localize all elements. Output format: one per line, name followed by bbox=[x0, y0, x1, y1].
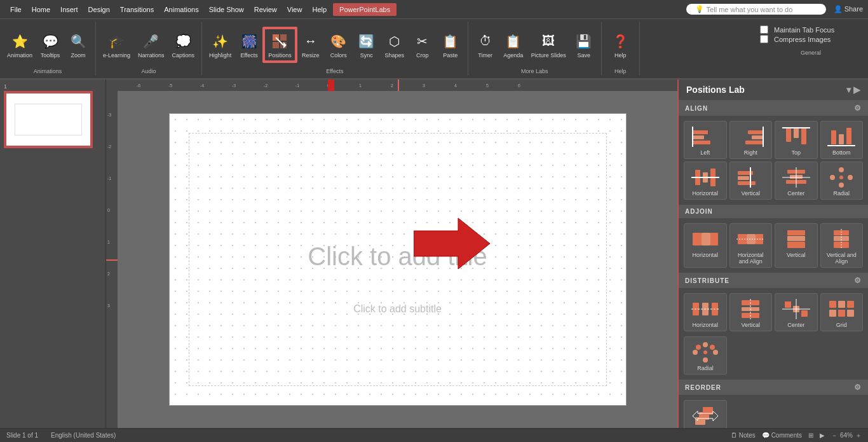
menu-help[interactable]: Help bbox=[307, 3, 332, 16]
dist-center-btn[interactable]: Center bbox=[775, 293, 818, 331]
menu-review[interactable]: Review bbox=[249, 3, 282, 16]
menu-animations[interactable]: Animations bbox=[159, 3, 203, 16]
menu-design[interactable]: Design bbox=[83, 3, 115, 16]
panel-controls: ▾ ▶ bbox=[846, 85, 860, 95]
menu-home[interactable]: Home bbox=[27, 3, 55, 16]
ribbon-btn-elearning[interactable]: 🎓 e-Learning bbox=[100, 29, 133, 61]
svg-rect-78 bbox=[747, 234, 756, 244]
adjoin-vertical-align-btn[interactable]: Vertical and Align bbox=[820, 223, 864, 268]
view-slideshow-btn[interactable]: ▶ bbox=[820, 432, 825, 439]
ribbon-btn-positions[interactable]: Positions bbox=[264, 28, 296, 62]
adjoin-horizontal-align-btn[interactable]: Horizontal and Align bbox=[729, 223, 773, 268]
svg-rect-36 bbox=[748, 130, 763, 134]
tell-me-box[interactable]: 💡 Tell me what you want to do bbox=[686, 4, 826, 15]
svg-rect-83 bbox=[787, 236, 805, 241]
notes-btn[interactable]: 🗒 Notes bbox=[731, 432, 756, 439]
compress-images-checkbox[interactable] bbox=[760, 35, 768, 43]
crop-icon: ✂ bbox=[412, 31, 433, 52]
zoom-level: 64% bbox=[840, 432, 853, 439]
panel-close-btn[interactable]: ▶ bbox=[853, 85, 860, 95]
maintain-tab-focus-checkbox[interactable] bbox=[760, 25, 768, 34]
adjoin-horizontal-btn[interactable]: Horizontal bbox=[684, 223, 727, 268]
align-vertical-btn[interactable]: Vertical bbox=[729, 162, 773, 200]
ribbon-btn-help[interactable]: ❓ Help bbox=[607, 29, 634, 61]
dist-radial-btn[interactable]: Radial bbox=[684, 336, 727, 375]
share-button[interactable]: 👤 Share bbox=[834, 5, 863, 13]
canvas-body: -3 -2 -1 0 1 2 3 Click to add title bbox=[106, 91, 677, 428]
svg-marker-29 bbox=[322, 79, 341, 91]
align-bottom-btn[interactable]: Bottom bbox=[820, 121, 864, 159]
align-left-label: Left bbox=[700, 149, 710, 156]
dist-horizontal-btn[interactable]: Horizontal bbox=[684, 293, 727, 331]
adjoin-vertical-btn[interactable]: Vertical bbox=[775, 223, 818, 268]
dist-grid-btn[interactable]: Grid bbox=[820, 293, 864, 331]
menu-slideshow[interactable]: Slide Show bbox=[204, 3, 249, 16]
ribbon-btn-save[interactable]: 💾 Save bbox=[571, 29, 597, 61]
menu-powerpointlabs[interactable]: PowerPointLabs bbox=[333, 3, 397, 16]
ribbon-btn-zoom[interactable]: 🔍 Zoom bbox=[65, 29, 92, 61]
ribbon-group-morelabs: ⏱ Timer 📋 Agenda 🖼 Picture Slides 💾 Save… bbox=[468, 22, 602, 76]
slide-content[interactable]: Click to add title Click to add subtitle bbox=[169, 113, 627, 406]
dist-vertical-btn[interactable]: Vertical bbox=[729, 293, 773, 331]
ribbon-btn-agenda[interactable]: 📋 Agenda bbox=[500, 29, 527, 61]
adjoin-vertical-align-label: Vertical and Align bbox=[824, 252, 860, 265]
ribbon-btn-effects[interactable]: 🎆 Effects bbox=[236, 29, 262, 61]
ribbon-btn-resize[interactable]: ↔ Resize bbox=[297, 29, 324, 61]
align-right-btn[interactable]: Right bbox=[729, 121, 773, 159]
comments-btn[interactable]: 💬 Comments bbox=[762, 432, 802, 439]
align-left-btn[interactable]: Left bbox=[684, 121, 727, 159]
ribbon-btn-shapes[interactable]: ⬡ Shapes bbox=[381, 29, 408, 61]
ribbon-btn-highlight[interactable]: ✨ Highlight bbox=[206, 29, 234, 61]
ribbon: ⭐ Animation 💬 Tooltips 🔍 Zoom Animations… bbox=[0, 19, 868, 79]
align-center-btn[interactable]: Center bbox=[775, 162, 818, 200]
svg-rect-84 bbox=[787, 242, 805, 248]
dist-grid-label: Grid bbox=[836, 322, 847, 328]
svg-rect-111 bbox=[838, 310, 845, 317]
menu-insert[interactable]: Insert bbox=[55, 3, 83, 16]
menu-file[interactable]: File bbox=[5, 3, 27, 16]
adjoin-horizontal-label: Horizontal bbox=[692, 252, 718, 258]
slide-subtitle-placeholder[interactable]: Click to add subtitle bbox=[353, 303, 442, 315]
ruler-corner bbox=[106, 79, 118, 91]
tooltips-icon: 💬 bbox=[40, 31, 60, 52]
align-horizontal-btn[interactable]: Horizontal bbox=[684, 162, 727, 200]
menu-view[interactable]: View bbox=[282, 3, 308, 16]
ribbon-btn-timer[interactable]: ⏱ Timer bbox=[472, 29, 499, 61]
slide-canvas[interactable]: Click to add title Click to add subtitle bbox=[118, 91, 677, 428]
distribute-grid: Horizontal Vertical bbox=[679, 288, 868, 331]
view-normal-btn[interactable]: ⊞ bbox=[808, 432, 813, 439]
compress-images-label[interactable]: Compress Images bbox=[774, 36, 831, 43]
crop-label: Crop bbox=[416, 53, 429, 59]
adjoin-section-header: ADJOIN bbox=[679, 205, 868, 218]
ribbon-btn-picture-slides[interactable]: 🖼 Picture Slides bbox=[528, 29, 569, 61]
menu-transitions[interactable]: Transitions bbox=[115, 3, 159, 16]
adjoin-section-label: ADJOIN bbox=[685, 208, 713, 215]
zoom-in-btn[interactable]: ＋ bbox=[855, 431, 862, 440]
slide-thumbnail[interactable] bbox=[4, 91, 93, 148]
slide-panel: 1 bbox=[0, 79, 106, 428]
zoom-out-btn[interactable]: － bbox=[831, 431, 837, 440]
colors-label: Colors bbox=[330, 53, 347, 59]
panel-dropdown-btn[interactable]: ▾ bbox=[846, 85, 851, 95]
ribbon-btn-crop[interactable]: ✂ Crop bbox=[409, 29, 436, 61]
ruler-horizontal: -6 -5 -4 -3 -2 -1 0 1 2 3 4 5 6 bbox=[118, 79, 677, 91]
timer-label: Timer bbox=[478, 53, 492, 59]
align-top-btn[interactable]: Top bbox=[775, 121, 818, 159]
ribbon-btn-captions[interactable]: 💭 Captions bbox=[169, 29, 198, 61]
reorder-btn-1[interactable] bbox=[684, 400, 727, 428]
positions-panel: Positions Lab ▾ ▶ ALIGN ⚙ Left bbox=[677, 79, 868, 428]
ribbon-btn-animation[interactable]: ⭐ Animation bbox=[4, 29, 36, 61]
maintain-tab-focus-label[interactable]: Maintain Tab Focus bbox=[774, 26, 834, 34]
ribbon-btn-narrations[interactable]: 🎤 Narrations bbox=[135, 29, 168, 61]
align-radial-btn[interactable]: Radial bbox=[820, 162, 864, 200]
agenda-icon: 📋 bbox=[503, 31, 524, 52]
svg-point-115 bbox=[703, 342, 708, 347]
ribbon-btn-sync[interactable]: 🔄 Sync bbox=[353, 29, 380, 61]
ribbon-btn-tooltips[interactable]: 💬 Tooltips bbox=[37, 29, 64, 61]
reorder-gear-icon[interactable]: ⚙ bbox=[854, 383, 862, 392]
distribute-gear-icon[interactable]: ⚙ bbox=[854, 276, 862, 285]
svg-rect-110 bbox=[829, 310, 836, 317]
ribbon-btn-colors[interactable]: 🎨 Colors bbox=[325, 29, 352, 61]
ribbon-btn-paste[interactable]: 📋 Paste bbox=[437, 29, 464, 61]
align-gear-icon[interactable]: ⚙ bbox=[854, 104, 862, 113]
